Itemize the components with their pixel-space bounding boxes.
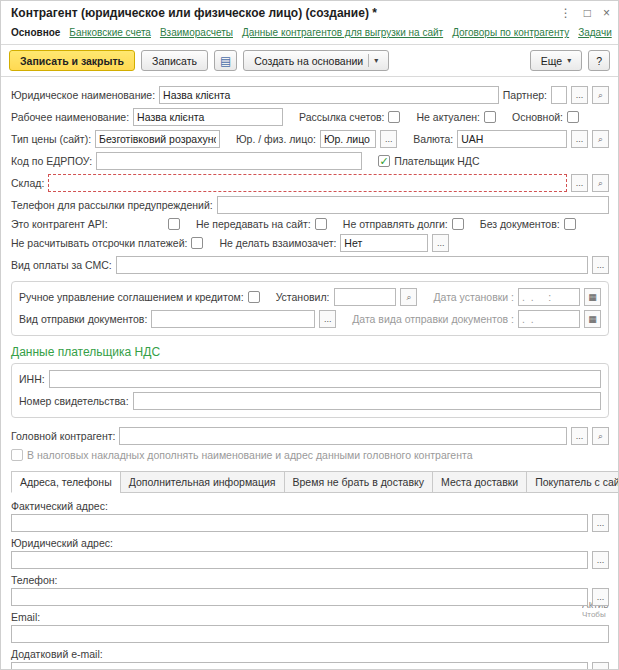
edrpou-label: Код по ЕДРПОУ: (11, 155, 92, 167)
not-send-debts-checkbox[interactable] (452, 218, 464, 230)
head-counterparty-input[interactable] (119, 427, 567, 445)
tab-addresses-phones[interactable]: Адреса, телефоны (11, 471, 121, 493)
currency-input[interactable] (457, 130, 567, 148)
email-row (11, 625, 609, 643)
maximize-icon[interactable]: □ (584, 7, 591, 19)
alert-phone-input[interactable] (217, 196, 609, 214)
no-netting-label: Не делать взаимозачет: (219, 237, 336, 249)
manual-credit-checkbox[interactable] (248, 291, 260, 303)
doc-delivery-label: Вид отправки документов: (19, 313, 147, 325)
sms-payment-input[interactable] (116, 256, 588, 274)
section-nav: Основное Банковские счета Взаиморасчеты … (1, 24, 618, 45)
partner-label: Партнер: (503, 89, 547, 101)
set-by-input[interactable] (334, 288, 397, 306)
extra-email-choice-button[interactable]: ... (592, 662, 609, 670)
actual-address-choice-button[interactable]: ... (592, 514, 609, 532)
tab-delivery-places[interactable]: Места доставки (432, 471, 527, 493)
window-title: Контрагент (юридическое или физическое л… (11, 6, 552, 20)
extra-email-row: ... (11, 662, 609, 670)
more-button[interactable]: Еще ▾ (530, 50, 582, 71)
chevron-down-icon: ▾ (374, 56, 378, 65)
doc-delivery-date-calendar-button[interactable]: ▦ (584, 310, 601, 328)
no-netting-choice-button[interactable]: ... (432, 234, 449, 252)
without-docs-checkbox[interactable] (564, 218, 576, 230)
currency-open-button[interactable]: ⌕ (592, 130, 609, 148)
doc-delivery-row: Вид отправки документов: ... Дата вида о… (19, 310, 601, 328)
nav-item-main[interactable]: Основное (11, 27, 60, 38)
detail-tabs: Адреса, телефоны Дополнительная информац… (11, 471, 609, 493)
tab-additional-info[interactable]: Дополнительная информация (120, 471, 285, 493)
close-icon[interactable]: × (603, 7, 610, 19)
legal-name-input[interactable] (159, 86, 499, 104)
create-based-on-label: Создать на основании (254, 55, 363, 67)
card-file-button[interactable]: ▤ (214, 50, 237, 71)
extra-email-input[interactable] (11, 662, 588, 670)
invoice-mailing-checkbox[interactable] (388, 111, 400, 123)
window-menu-icon[interactable]: ⋮ (560, 7, 572, 19)
is-main-label: Основной: (512, 111, 563, 123)
warehouse-choice-button[interactable]: ... (571, 174, 588, 192)
save-and-close-button[interactable]: Записать и закрыть (9, 50, 135, 71)
partner-input[interactable] (551, 86, 567, 104)
warehouse-input[interactable] (48, 174, 567, 192)
no-installments-checkbox[interactable] (191, 237, 203, 249)
legal-address-choice-button[interactable]: ... (592, 551, 609, 569)
tax-note-row: В налоговых накладных дополнять наименов… (11, 449, 609, 461)
doc-delivery-input[interactable] (151, 310, 315, 328)
partner-choice-button[interactable]: ... (571, 86, 588, 104)
not-actual-checkbox[interactable] (484, 111, 496, 123)
warehouse-open-button[interactable]: ⌕ (592, 174, 609, 192)
set-date-input[interactable] (518, 288, 580, 306)
legal-individual-label: Юр. / физ. лицо: (236, 133, 316, 145)
phone-choice-button[interactable]: ... (592, 588, 609, 606)
nav-item-tasks[interactable]: Задачи (578, 27, 612, 38)
working-name-input[interactable] (133, 108, 283, 126)
head-counterparty-choice-button[interactable]: ... (571, 427, 588, 445)
email-input[interactable] (11, 625, 609, 643)
tab-site-buyer[interactable]: Покупатель с сайта (526, 471, 619, 493)
chevron-down-icon: ▾ (567, 56, 571, 65)
sms-payment-choice-button[interactable]: ... (592, 256, 609, 274)
legal-individual-choice-button[interactable]: ... (380, 130, 397, 148)
price-type-label: Тип цены (сайт): (11, 133, 91, 145)
tab-no-delivery-time[interactable]: Время не брать в доставку (284, 471, 434, 493)
head-counterparty-open-button[interactable]: ⌕ (592, 427, 609, 445)
legal-address-input[interactable] (11, 551, 588, 569)
help-button[interactable]: ? (588, 50, 610, 71)
save-button[interactable]: Записать (141, 50, 208, 71)
edrpou-row: Код по ЕДРПОУ: ✓ Плательщик НДС (11, 152, 609, 170)
edrpou-input[interactable] (96, 152, 362, 170)
legal-name-label: Юридическое наименование: (11, 89, 155, 101)
nav-item-contracts[interactable]: Договоры по контрагенту (452, 27, 569, 38)
vat-payer-checkbox[interactable]: ✓ (378, 155, 390, 167)
nav-item-site-upload-data[interactable]: Данные контрагентов для выгрузки на сайт (242, 27, 443, 38)
certificate-row: Номер свидетельства: (19, 392, 601, 410)
working-name-label: Рабочее наименование: (11, 111, 129, 123)
phone-input[interactable] (11, 588, 588, 606)
counterparty-form-window: Контрагент (юридическое или физическое л… (0, 0, 619, 670)
set-date-calendar-button[interactable]: ▦ (584, 288, 601, 306)
doc-delivery-choice-button[interactable]: ... (319, 310, 336, 328)
actual-address-row: ... (11, 514, 609, 532)
not-to-site-checkbox[interactable] (315, 218, 327, 230)
email-label: Email: (11, 611, 609, 623)
currency-choice-button[interactable]: ... (571, 130, 588, 148)
button-divider (368, 54, 369, 67)
api-checkbox[interactable] (168, 218, 180, 230)
no-netting-input[interactable] (340, 234, 428, 252)
actual-address-input[interactable] (11, 514, 588, 532)
nav-item-settlements[interactable]: Взаиморасчеты (160, 27, 233, 38)
warehouse-row: Склад: ... ⌕ (11, 174, 609, 192)
certificate-input[interactable] (133, 392, 601, 410)
inn-input[interactable] (49, 370, 601, 388)
set-by-open-button[interactable]: ⌕ (400, 288, 417, 306)
doc-delivery-date-input[interactable] (518, 310, 580, 328)
no-installments-label: Не расчитывать отсрочки платежей: (11, 237, 187, 249)
legal-individual-input[interactable] (320, 130, 376, 148)
partner-open-button[interactable]: ⌕ (592, 86, 609, 104)
create-based-on-button[interactable]: Создать на основании ▾ (243, 50, 389, 71)
nav-item-bank-accounts[interactable]: Банковские счета (69, 27, 151, 38)
manual-credit-group: Ручное управление соглашением и кредитом… (11, 281, 609, 336)
price-type-input[interactable] (95, 130, 220, 148)
is-main-checkbox[interactable] (567, 111, 579, 123)
